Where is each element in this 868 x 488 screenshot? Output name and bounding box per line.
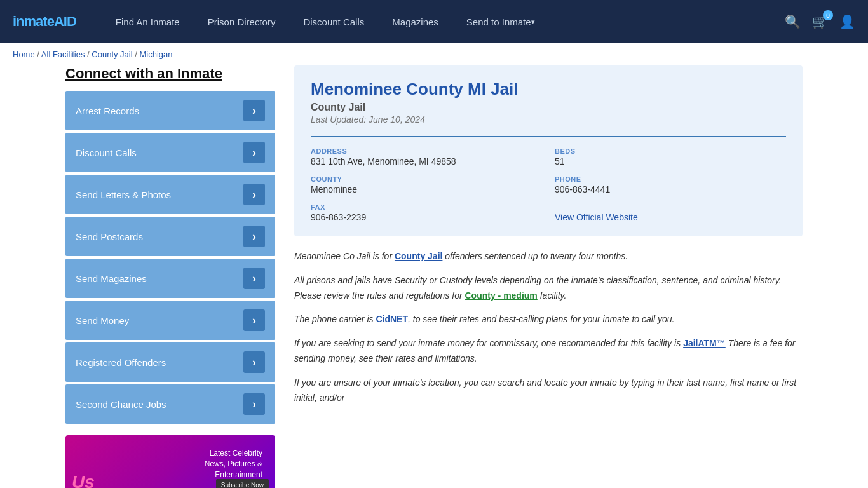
sidebar-item-send-postcards[interactable]: Send Postcards ›: [65, 217, 275, 256]
sidebar-item-arrest-records[interactable]: Arrest Records ›: [65, 91, 275, 130]
facility-phone-label: PHONE: [555, 175, 786, 183]
desc-para1: Menominee Co Jail is for County Jail off…: [294, 249, 803, 264]
sidebar-label-second-chance-jobs: Second Chance Jobs: [76, 399, 166, 410]
jailatm-link[interactable]: JailATM™: [683, 338, 726, 348]
facility-details-grid: ADDRESS 831 10th Ave, Menominee, MI 4985…: [311, 147, 786, 222]
nav-magazines[interactable]: Magazines: [378, 0, 452, 43]
sidebar-label-registered-offenders: Registered Offenders: [76, 357, 166, 368]
facility-beds: BEDS 51: [555, 147, 786, 166]
sidebar-item-send-letters[interactable]: Send Letters & Photos ›: [65, 175, 275, 214]
sidebar-arrow-send-money: ›: [243, 309, 265, 331]
sidebar-arrow-send-letters: ›: [243, 184, 265, 205]
cart-icon[interactable]: 🛒 0: [812, 14, 828, 29]
nav-discount-calls[interactable]: Discount Calls: [289, 0, 378, 43]
desc-para3: The phone carrier is CidNET, to see thei…: [294, 312, 803, 327]
facility-fax-value: 906-863-2239: [311, 212, 542, 222]
facility-divider: [311, 136, 786, 137]
facility-name: Menominee County MI Jail: [311, 79, 786, 99]
sidebar-arrow-send-postcards: ›: [243, 226, 265, 247]
sidebar-label-arrest-records: Arrest Records: [76, 105, 139, 116]
facility-beds-value: 51: [555, 156, 786, 166]
facility-description: Menominee Co Jail is for County Jail off…: [294, 249, 803, 405]
sidebar-label-send-letters: Send Letters & Photos: [76, 189, 171, 200]
nav-find-inmate[interactable]: Find An Inmate: [102, 0, 194, 43]
sidebar-item-discount-calls[interactable]: Discount Calls ›: [65, 133, 275, 172]
facility-county-label: COUNTY: [311, 175, 542, 183]
facility-address-value: 831 10th Ave, Menominee, MI 49858: [311, 156, 542, 166]
breadcrumb-michigan[interactable]: Michigan: [139, 50, 172, 59]
facility-website-spacer: [555, 203, 786, 211]
facility-card: Menominee County MI Jail County Jail Las…: [294, 65, 803, 236]
sidebar-item-send-money[interactable]: Send Money ›: [65, 301, 275, 340]
sidebar-arrow-registered-offenders: ›: [243, 351, 265, 373]
sidebar-arrow-second-chance-jobs: ›: [243, 393, 265, 415]
breadcrumb-all-facilities[interactable]: All Facilities: [41, 50, 85, 59]
nav-icons: 🔍 🛒 0 👤: [785, 14, 855, 29]
user-icon[interactable]: 👤: [839, 14, 855, 29]
sidebar-arrow-arrest-records: ›: [243, 100, 265, 121]
facility-county-value: Menominee: [311, 184, 542, 194]
nav-links: Find An Inmate Prison Directory Discount…: [102, 0, 785, 43]
facility-website-link[interactable]: View Official Website: [555, 212, 638, 222]
desc-para5: If you are unsure of your inmate's locat…: [294, 376, 803, 406]
sidebar-ad[interactable]: Us Latest Celebrity News, Pictures & Ent…: [65, 435, 275, 488]
county-medium-link[interactable]: County - medium: [465, 290, 537, 301]
logo-inmate: inmate: [13, 13, 54, 29]
main-content: Menominee County MI Jail County Jail Las…: [294, 65, 803, 488]
logo[interactable]: inmateAID: [13, 13, 76, 30]
desc-para4: If you are seeking to send your inmate m…: [294, 336, 803, 367]
facility-type: County Jail: [311, 102, 786, 113]
desc-para2: All prisons and jails have Security or C…: [294, 273, 803, 304]
sidebar-title: Connect with an Inmate: [65, 65, 275, 82]
logo-text: inmateAID: [13, 13, 76, 30]
sidebar-menu: Arrest Records › Discount Calls › Send L…: [65, 91, 275, 424]
facility-phone-value: 906-863-4441: [555, 184, 786, 194]
facility-county: COUNTY Menominee: [311, 175, 542, 194]
sidebar-label-send-magazines: Send Magazines: [76, 273, 147, 284]
sidebar-item-send-magazines[interactable]: Send Magazines ›: [65, 259, 275, 298]
cart-badge: 0: [823, 10, 833, 20]
sidebar-label-send-money: Send Money: [76, 315, 129, 326]
main-nav: inmateAID Find An Inmate Prison Director…: [0, 0, 868, 43]
facility-fax-label: FAX: [311, 203, 542, 211]
cidnet-link[interactable]: CidNET: [376, 314, 408, 324]
sidebar-item-registered-offenders[interactable]: Registered Offenders ›: [65, 342, 275, 382]
logo-aid: AID: [54, 13, 76, 29]
search-icon[interactable]: 🔍: [785, 14, 801, 29]
ad-logo: Us: [72, 472, 95, 488]
breadcrumb-county-jail[interactable]: County Jail: [92, 50, 132, 59]
sidebar-label-send-postcards: Send Postcards: [76, 231, 143, 242]
facility-phone: PHONE 906-863-4441: [555, 175, 786, 194]
sidebar-item-second-chance-jobs[interactable]: Second Chance Jobs ›: [65, 384, 275, 424]
ad-subscribe-button[interactable]: Subscribe Now: [216, 479, 269, 488]
breadcrumb-home[interactable]: Home: [13, 50, 35, 59]
facility-fax: FAX 906-863-2239: [311, 203, 542, 222]
nav-prison-directory[interactable]: Prison Directory: [194, 0, 290, 43]
facility-beds-label: BEDS: [555, 147, 786, 155]
county-jail-link1[interactable]: County Jail: [395, 251, 442, 261]
sidebar-label-discount-calls: Discount Calls: [76, 147, 137, 158]
facility-address-label: ADDRESS: [311, 147, 542, 155]
nav-send-to-inmate[interactable]: Send to Inmate: [452, 0, 549, 43]
facility-website: View Official Website: [555, 203, 786, 222]
sidebar-arrow-discount-calls: ›: [243, 142, 265, 163]
facility-last-updated: Last Updated: June 10, 2024: [311, 114, 786, 125]
sidebar-arrow-send-magazines: ›: [243, 268, 265, 289]
sidebar: Connect with an Inmate Arrest Records › …: [65, 65, 275, 488]
breadcrumb: Home / All Facilities / County Jail / Mi…: [0, 43, 868, 65]
facility-address: ADDRESS 831 10th Ave, Menominee, MI 4985…: [311, 147, 542, 166]
main-layout: Connect with an Inmate Arrest Records › …: [53, 65, 815, 488]
